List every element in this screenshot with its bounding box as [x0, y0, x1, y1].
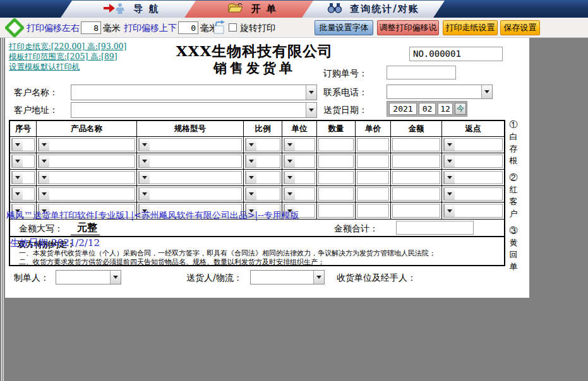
offset-ud-input[interactable]: [178, 21, 198, 34]
item-input[interactable]: [357, 187, 389, 201]
item-cell: [244, 186, 282, 202]
chevron-down-icon[interactable]: [39, 139, 49, 151]
chevron-down-icon[interactable]: [313, 271, 324, 284]
customer-addr-combo[interactable]: [71, 102, 317, 118]
save-settings-button[interactable]: 保存设置: [500, 20, 540, 35]
chevron-down-icon[interactable]: [444, 139, 455, 151]
default-printer-link[interactable]: 设置模板默认打印机: [9, 62, 126, 72]
chevron-down-icon[interactable]: [284, 155, 295, 167]
item-combo[interactable]: [443, 138, 503, 151]
date-month-input[interactable]: 02: [419, 103, 436, 115]
adjust-offset-help-button[interactable]: 调整打印偏移说明: [377, 20, 439, 35]
item-combo[interactable]: [138, 187, 242, 201]
item-combo[interactable]: [443, 155, 503, 168]
item-cell: [244, 170, 282, 185]
chevron-down-icon[interactable]: [306, 85, 316, 100]
item-combo[interactable]: [38, 187, 135, 201]
chevron-down-icon[interactable]: [481, 85, 492, 98]
chevron-down-icon[interactable]: [139, 172, 150, 184]
offset-lr-input[interactable]: [81, 21, 101, 34]
item-combo[interactable]: [284, 155, 315, 168]
chevron-down-icon[interactable]: [246, 172, 256, 184]
item-input[interactable]: [357, 204, 389, 218]
item-combo[interactable]: [443, 204, 503, 218]
item-input[interactable]: [392, 171, 440, 184]
item-cell: [356, 170, 391, 185]
phone-combo[interactable]: [387, 85, 493, 99]
date-day-input[interactable]: 12: [438, 103, 453, 115]
chevron-down-icon[interactable]: [444, 204, 455, 217]
item-input[interactable]: [318, 138, 354, 151]
item-combo[interactable]: [245, 138, 280, 151]
item-input[interactable]: [357, 171, 389, 184]
chevron-down-icon[interactable]: [39, 188, 49, 200]
phone-label: 联系电话：: [323, 87, 368, 98]
chevron-down-icon[interactable]: [284, 172, 295, 184]
chevron-down-icon[interactable]: [12, 188, 23, 200]
tab-navigation-label: 导 航: [133, 3, 159, 15]
chevron-down-icon[interactable]: [39, 155, 49, 167]
item-combo[interactable]: [284, 171, 315, 184]
item-input[interactable]: [318, 155, 354, 168]
col-header-seq: 序号: [10, 121, 37, 136]
chevron-down-icon[interactable]: [444, 188, 455, 200]
customer-name-combo[interactable]: [71, 85, 317, 100]
item-combo[interactable]: [245, 187, 280, 201]
rotate-print-checkbox[interactable]: [229, 23, 237, 32]
today-button[interactable]: 今: [455, 103, 466, 115]
item-combo[interactable]: [443, 187, 503, 201]
item-combo[interactable]: [38, 155, 135, 168]
chevron-down-icon[interactable]: [12, 139, 23, 151]
order-no-input[interactable]: [387, 66, 456, 79]
item-combo[interactable]: [284, 187, 315, 201]
item-input[interactable]: [318, 204, 354, 218]
item-input[interactable]: [392, 204, 440, 218]
chevron-down-icon[interactable]: [444, 172, 455, 184]
item-combo[interactable]: [284, 138, 315, 151]
chevron-down-icon[interactable]: [139, 188, 150, 200]
item-input[interactable]: [318, 171, 354, 184]
item-input[interactable]: [392, 138, 440, 151]
tab-create-order[interactable]: 开 单: [184, 1, 321, 18]
tab-query-statistics[interactable]: 查询统计/对账: [302, 1, 445, 18]
courier-combo[interactable]: [250, 270, 325, 284]
item-combo[interactable]: [245, 171, 280, 184]
paper-feed-settings-button[interactable]: 打印走纸设置: [443, 20, 498, 35]
item-combo[interactable]: [11, 171, 35, 184]
item-combo[interactable]: [138, 138, 242, 151]
chevron-down-icon[interactable]: [39, 172, 49, 184]
chevron-down-icon[interactable]: [306, 103, 316, 117]
template-range-link[interactable]: 模板打印范围宽:[205] 高:[89]: [9, 52, 126, 62]
paper-size-link[interactable]: 打印走纸宽:[220.00] 高:[93.00]: [9, 42, 126, 52]
chevron-down-icon[interactable]: [246, 155, 256, 167]
tab-navigation[interactable]: 导 航: [61, 1, 202, 18]
chevron-down-icon[interactable]: [139, 155, 150, 167]
item-combo[interactable]: [38, 138, 135, 151]
chevron-down-icon[interactable]: [444, 155, 455, 167]
item-input[interactable]: [392, 187, 440, 201]
item-input[interactable]: [318, 187, 354, 201]
batch-set-font-button[interactable]: 批量设置字体: [315, 20, 373, 35]
item-combo[interactable]: [245, 155, 280, 168]
item-combo[interactable]: [443, 171, 503, 184]
item-input[interactable]: [357, 138, 389, 151]
item-combo[interactable]: [38, 171, 135, 184]
chevron-down-icon[interactable]: [12, 155, 23, 167]
chevron-down-icon[interactable]: [284, 139, 295, 151]
maker-combo[interactable]: [56, 270, 121, 284]
chevron-down-icon[interactable]: [246, 139, 256, 151]
item-combo[interactable]: [11, 155, 35, 168]
item-combo[interactable]: [11, 187, 35, 201]
chevron-down-icon[interactable]: [284, 188, 295, 200]
item-combo[interactable]: [11, 138, 35, 151]
chevron-down-icon[interactable]: [12, 172, 23, 184]
item-combo[interactable]: [138, 155, 242, 168]
item-combo[interactable]: [138, 171, 242, 184]
chevron-down-icon[interactable]: [110, 271, 121, 284]
chevron-down-icon[interactable]: [139, 139, 150, 151]
chevron-down-icon[interactable]: [246, 188, 256, 200]
item-input[interactable]: [357, 155, 389, 168]
amount-total-input[interactable]: [396, 221, 474, 235]
item-input[interactable]: [392, 155, 440, 168]
date-year-input[interactable]: 2021: [389, 103, 417, 115]
